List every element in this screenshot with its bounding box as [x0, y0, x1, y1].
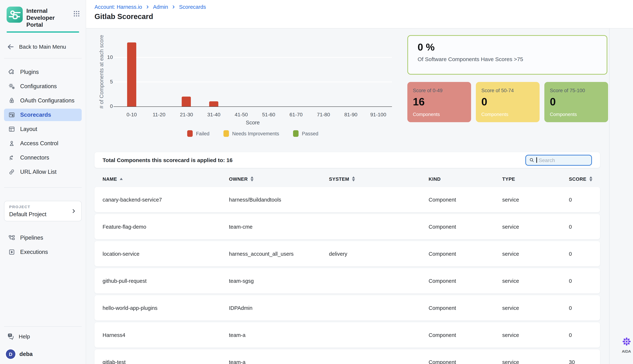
app-grid-icon[interactable]	[73, 10, 81, 18]
back-to-main-menu[interactable]: Back to Main Menu	[0, 42, 86, 51]
cell-owner: team-a	[229, 359, 329, 364]
column-header-system[interactable]: SYSTEM	[329, 176, 429, 182]
x-tick-label: 81-90	[337, 112, 365, 118]
app-root: Internal Developer Portal Back to Main M…	[0, 0, 633, 364]
back-to-main-menu-label: Back to Main Menu	[19, 44, 66, 50]
score-card-caption: Components	[481, 112, 534, 117]
sort-asc-icon	[120, 178, 123, 180]
cell-score: 0	[569, 305, 592, 311]
x-tick-label: 61-70	[282, 112, 310, 118]
chevron-right-icon	[145, 5, 150, 9]
column-label: NAME	[103, 176, 117, 182]
sidebar-item-layout[interactable]: Layout	[4, 123, 82, 135]
table-row[interactable]: location-service harness_account_all_use…	[95, 241, 600, 266]
breadcrumb-scorecards-link[interactable]: Scorecards	[179, 4, 206, 10]
sidebar-item-label: Connectors	[20, 154, 49, 161]
legend-swatch	[187, 130, 193, 137]
project-name: Default Project	[9, 211, 46, 218]
bar-slot	[118, 42, 145, 106]
sidebar-item-access-control[interactable]: Access Control	[4, 137, 82, 150]
sidebar-item-label: Plugins	[20, 68, 39, 75]
cell-name: location-service	[103, 251, 229, 257]
sidebar-header: Internal Developer Portal	[0, 0, 86, 28]
column-label: KIND	[429, 176, 441, 182]
column-header-type[interactable]: TYPE	[502, 176, 569, 182]
column-header-kind[interactable]: KIND	[429, 176, 502, 182]
search-input[interactable]	[539, 157, 588, 163]
chevron-right-icon	[71, 208, 77, 214]
cell-kind: Component	[429, 224, 502, 230]
sidebar-item-pipelines[interactable]: Pipelines	[4, 232, 82, 244]
score-card-value: 0	[550, 96, 603, 107]
table-row[interactable]: github-pull-request team-sgsg Component …	[95, 268, 600, 294]
sidebar-item-connectors[interactable]: Connectors	[4, 151, 82, 164]
column-header-score[interactable]: SCORE	[569, 176, 592, 182]
column-label: TYPE	[502, 176, 515, 182]
breadcrumb-admin-link[interactable]: Admin	[153, 4, 168, 10]
sidebar-item-executions[interactable]: Executions	[4, 246, 82, 258]
project-label: PROJECT	[9, 204, 46, 209]
score-card-value: 16	[413, 96, 466, 107]
content-right-divider	[609, 28, 609, 364]
y-tick-label: 10	[100, 54, 113, 60]
breadcrumb-account-link[interactable]: Account: Harness.io	[95, 4, 142, 10]
project-selector[interactable]: PROJECT Default Project	[4, 201, 82, 221]
configurations-icon	[8, 82, 15, 90]
cell-kind: Component	[429, 197, 502, 202]
cell-score: 0	[569, 197, 592, 202]
cell-owner: team-a	[229, 332, 329, 338]
cell-name: hello-world-app-plugins	[103, 305, 229, 311]
svg-text:?: ?	[9, 334, 11, 336]
table-row[interactable]: hello-world-app-plugins IDPAdmin Compone…	[95, 295, 600, 320]
sidebar-item-plugins[interactable]: Plugins	[4, 66, 82, 78]
sidebar-item-label: Access Control	[20, 140, 58, 146]
sidebar-item-label: Configurations	[20, 83, 57, 90]
y-tick-label: 5	[100, 79, 113, 84]
oauth-icon	[8, 97, 15, 104]
aida-flower-icon	[621, 336, 631, 346]
bar-slot	[173, 96, 200, 106]
table-row[interactable]: Harness4 team-a Component service 0	[95, 322, 600, 348]
cell-score: 0	[569, 278, 592, 284]
column-header-name[interactable]: NAME	[103, 176, 229, 182]
bar-0-10	[127, 42, 136, 106]
help-button[interactable]: ? Help	[4, 331, 82, 341]
table-row[interactable]: canary-backend-service7 harness/Buildand…	[95, 187, 600, 212]
plugins-icon	[8, 68, 15, 76]
help-label: Help	[19, 333, 30, 339]
connectors-icon	[8, 154, 15, 161]
score-card-title: Score of 75-100	[550, 88, 603, 93]
table-row[interactable]: Feature-flag-demo team-cme Component ser…	[95, 214, 600, 239]
legend-item-passed: Passed	[293, 130, 318, 137]
chart-x-tick-labels: 0-1011-2021-3031-4041-5051-6061-7071-808…	[118, 112, 392, 118]
cell-kind: Component	[429, 332, 502, 338]
sidebar-divider	[4, 187, 82, 188]
scorecards-icon	[8, 111, 15, 118]
cell-system: delivery	[329, 251, 429, 257]
layout-icon	[8, 125, 15, 132]
aida-label: AIDA	[618, 349, 633, 354]
sidebar-item-url-allow-list[interactable]: URL Allow List	[4, 166, 82, 178]
total-components-label: Total Components this scorecard is appli…	[103, 157, 233, 163]
table-row[interactable]: gitlab-test team-a Component service 30	[95, 349, 600, 364]
bar-slot	[200, 101, 228, 106]
chart-y-axis-label: # of Components at each score	[99, 35, 104, 108]
x-tick-label: 0-10	[118, 112, 145, 118]
bar-31-40	[209, 101, 219, 106]
sidebar-item-configurations[interactable]: Configurations	[4, 80, 82, 92]
user-menu[interactable]: D deba	[4, 349, 82, 360]
chart-bars	[118, 36, 392, 106]
user-name: deba	[20, 351, 33, 358]
aida-widget[interactable]: AIDA	[618, 336, 633, 354]
sidebar-item-label: Scorecards	[20, 112, 51, 118]
x-tick-label: 91-100	[364, 112, 392, 118]
legend-label: Failed	[196, 131, 209, 136]
sidebar-item-oauth-configurations[interactable]: OAuth Configurations	[4, 94, 82, 107]
sidebar-item-scorecards[interactable]: Scorecards	[4, 108, 82, 121]
sidebar-spacer	[0, 260, 86, 326]
cell-score: 30	[569, 359, 592, 364]
column-header-owner[interactable]: OWNER	[229, 176, 329, 182]
score-card-score-of-75-100: Score of 75-100 0 Components	[544, 82, 608, 122]
cell-name: gitlab-test	[103, 359, 229, 364]
sidebar-bottom: ? Help D deba	[0, 326, 86, 364]
